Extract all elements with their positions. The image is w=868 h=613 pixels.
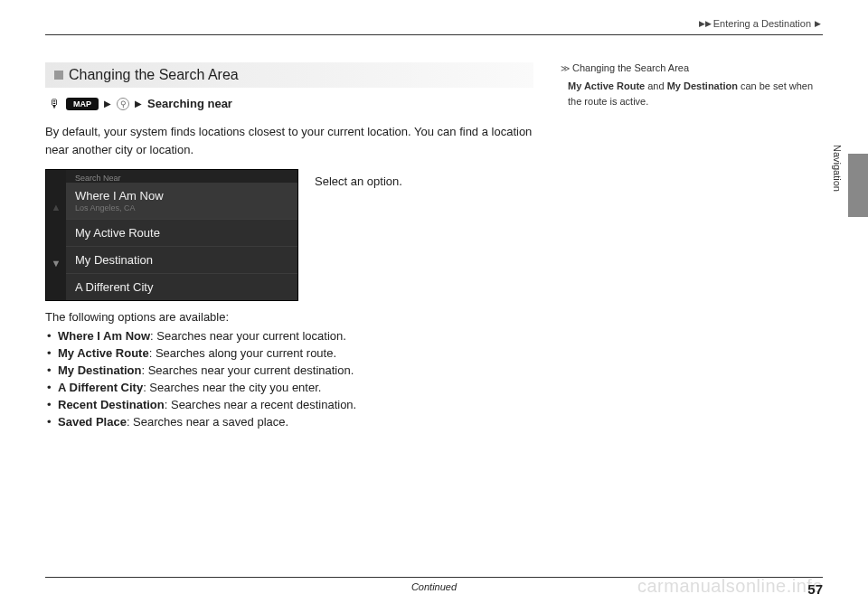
voice-icon: 🎙 <box>49 97 61 110</box>
list-item: Where I Am Now Los Angeles, CA <box>66 183 297 220</box>
option-name: My Active Route <box>58 346 149 360</box>
option-name: Recent Destination <box>58 398 165 411</box>
continued-label: Continued <box>411 581 457 592</box>
follow-text: The following options are available: <box>45 310 533 324</box>
header-breadcrumb: ▶▶ Entering a Destination ▶ <box>45 18 823 35</box>
item-sublabel: Los Angeles, CA <box>75 203 288 212</box>
list-item: My Destination <box>66 247 297 274</box>
item-label: My Destination <box>75 253 153 267</box>
search-icon: ⚲ <box>117 98 129 110</box>
option-name: Saved Place <box>58 415 127 429</box>
item-label: My Active Route <box>75 226 160 240</box>
item-label: A Different City <box>75 280 153 294</box>
option-desc: : Searches near a recent destination. <box>165 398 356 411</box>
instruction-text: Select an option. <box>315 169 402 301</box>
item-label: Where I Am Now <box>75 189 164 203</box>
nav-path: 🎙 MAP ▶ ⚲ ▶ Searching near <box>45 97 533 110</box>
list-item: A Different City: Searches near the city… <box>45 381 533 394</box>
list-item: Recent Destination: Searches near a rece… <box>45 398 533 411</box>
option-name: A Different City <box>58 381 143 394</box>
side-strong: My Active Route <box>568 80 645 91</box>
map-button-label: MAP <box>66 98 99 110</box>
option-desc: : Searches near the city you enter. <box>143 381 321 394</box>
up-arrow-icon: ▲ <box>52 202 61 212</box>
option-desc: : Searches near your current location. <box>150 329 346 343</box>
list-item: My Active Route <box>66 220 297 247</box>
side-column: ≫ Changing the Search Area My Active Rou… <box>561 62 823 432</box>
list-item: A Different City <box>66 274 297 300</box>
intro-paragraph: By default, your system finds locations … <box>45 123 533 158</box>
down-arrow-icon: ▼ <box>52 258 61 269</box>
option-name: My Destination <box>58 363 141 377</box>
double-angle-icon: ≫ <box>561 63 568 73</box>
nav-trailing-label: Searching near <box>147 97 232 110</box>
list-item: My Active Route: Searches along your cur… <box>45 346 533 360</box>
main-column: Changing the Search Area 🎙 MAP ▶ ⚲ ▶ Sea… <box>45 62 533 432</box>
page-footer: Continued 57 <box>45 577 823 597</box>
list-item: Where I Am Now: Searches near your curre… <box>45 329 533 343</box>
option-name: Where I Am Now <box>58 329 150 343</box>
side-strong: My Destination <box>667 80 738 91</box>
option-desc: : Searches near your current destination… <box>141 363 354 377</box>
chevron-right-icon: ▶ <box>135 99 142 108</box>
options-list: Where I Am Now: Searches near your curre… <box>45 329 533 429</box>
screenshot-header: Search Near <box>66 170 297 183</box>
chevron-right-icon: ▶ <box>104 99 111 108</box>
side-body: My Active Route and My Destination can b… <box>561 79 823 108</box>
list-item: My Destination: Searches near your curre… <box>45 363 533 377</box>
side-heading: ≫ Changing the Search Area <box>561 62 823 73</box>
side-heading-text: Changing the Search Area <box>572 62 689 73</box>
chevron-right-icon: ▶ <box>815 19 821 28</box>
option-desc: : Searches along your current route. <box>149 346 336 360</box>
scroll-arrow-column: ▲ ▼ <box>46 170 66 300</box>
section-heading: Changing the Search Area <box>45 62 533 88</box>
section-title-text: Changing the Search Area <box>69 67 239 83</box>
side-text: and <box>645 80 666 91</box>
list-item: Saved Place: Searches near a saved place… <box>45 415 533 429</box>
square-bullet-icon <box>54 71 63 80</box>
section-tab-label: Navigation <box>832 145 843 192</box>
breadcrumb-parent: Entering a Destination <box>713 18 811 29</box>
chevron-right-icon: ▶▶ <box>699 19 712 28</box>
section-tab <box>848 154 868 217</box>
option-desc: : Searches near a saved place. <box>127 415 288 429</box>
page-number: 57 <box>807 581 823 597</box>
device-screenshot: ▲ ▼ Search Near Where I Am Now Los Angel… <box>45 169 298 301</box>
